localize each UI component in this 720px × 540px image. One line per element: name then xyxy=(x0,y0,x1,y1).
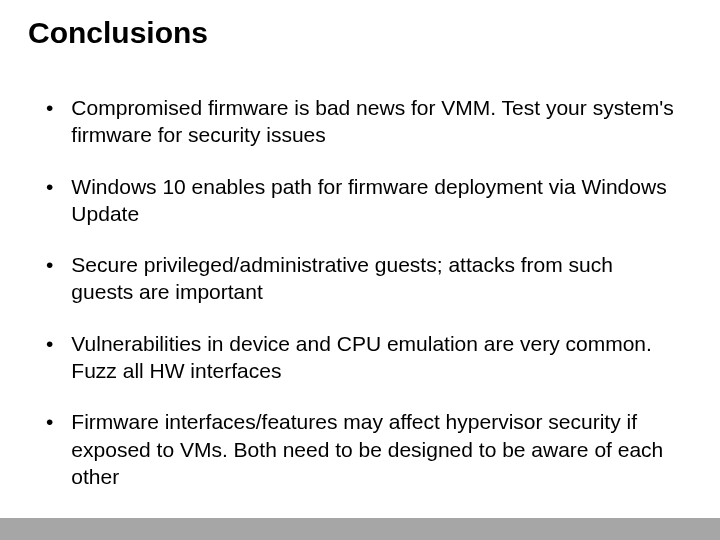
bullet-text: Compromised firmware is bad news for VMM… xyxy=(71,94,674,149)
bullet-icon: • xyxy=(46,330,53,357)
bullet-text: Vulnerabilities in device and CPU emulat… xyxy=(71,330,674,385)
list-item: • Windows 10 enables path for firmware d… xyxy=(46,173,674,228)
bullet-text: Firmware interfaces/features may affect … xyxy=(71,408,674,490)
bullet-text: Secure privileged/administrative guests;… xyxy=(71,251,674,306)
footer-bar xyxy=(0,518,720,540)
bullet-icon: • xyxy=(46,94,53,121)
list-item: • Firmware interfaces/features may affec… xyxy=(46,408,674,490)
list-item: • Compromised firmware is bad news for V… xyxy=(46,94,674,149)
list-item: • Secure privileged/administrative guest… xyxy=(46,251,674,306)
bullet-text: Windows 10 enables path for firmware dep… xyxy=(71,173,674,228)
slide: Conclusions • Compromised firmware is ba… xyxy=(0,0,720,540)
bullet-icon: • xyxy=(46,251,53,278)
bullet-icon: • xyxy=(46,408,53,435)
slide-content: • Compromised firmware is bad news for V… xyxy=(46,94,674,514)
list-item: • Vulnerabilities in device and CPU emul… xyxy=(46,330,674,385)
bullet-icon: • xyxy=(46,173,53,200)
slide-title: Conclusions xyxy=(28,16,208,50)
